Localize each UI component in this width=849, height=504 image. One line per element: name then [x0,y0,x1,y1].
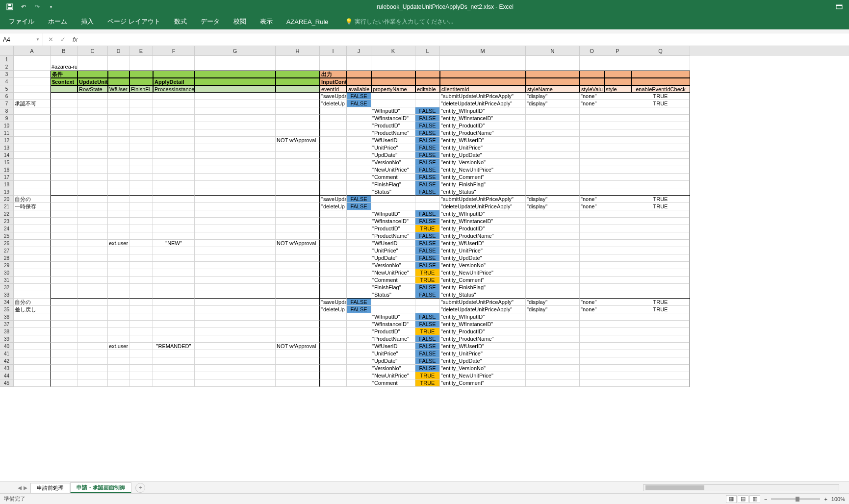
cell-G44[interactable] [195,372,276,379]
cell-H14[interactable] [276,151,320,159]
row-header-8[interactable]: 8 [0,107,14,115]
sheet-tab-0[interactable]: 申請前処理 [30,483,70,493]
hscroll-thumb[interactable] [645,485,704,490]
cell-H11[interactable] [276,129,320,137]
cell-J11[interactable] [347,129,371,137]
cell-Q11[interactable] [631,129,690,137]
cell-P21[interactable] [604,203,631,210]
horizontal-scroll[interactable] [145,484,849,491]
cell-O2[interactable] [580,63,604,71]
cell-O26[interactable] [580,240,604,247]
cell-C27[interactable] [77,247,108,254]
cell-C15[interactable] [77,159,108,166]
cell-G11[interactable] [195,129,276,137]
cell-D14[interactable] [108,151,129,159]
cell-H10[interactable] [276,122,320,129]
sheet-nav-first-icon[interactable]: ◂ [18,483,22,492]
cell-A33[interactable] [14,291,51,299]
cell-B22[interactable] [51,210,77,218]
cell-B26[interactable] [51,240,77,247]
cell-P28[interactable] [604,254,631,262]
row-header-11[interactable]: 11 [0,129,14,137]
cell-P4[interactable] [604,78,631,85]
cell-N24[interactable] [526,225,580,232]
cell-F35[interactable] [153,306,195,313]
cell-Q33[interactable] [631,291,690,299]
cell-L39[interactable]: FALSE [415,335,440,343]
cell-L3[interactable] [415,71,440,78]
cell-F43[interactable] [153,365,195,372]
cell-F7[interactable] [153,100,195,107]
cell-G12[interactable] [195,137,276,144]
cell-K2[interactable] [371,63,415,71]
cell-H43[interactable] [276,365,320,372]
cell-N8[interactable] [526,107,580,115]
cell-N9[interactable] [526,115,580,122]
cell-Q28[interactable] [631,254,690,262]
cell-C11[interactable] [77,129,108,137]
cell-L33[interactable]: FALSE [415,291,440,299]
cell-E37[interactable] [129,321,153,328]
cell-K4[interactable] [371,78,415,85]
cell-O32[interactable] [580,284,604,291]
cell-I18[interactable] [320,181,347,188]
cell-P3[interactable] [604,71,631,78]
cell-E40[interactable] [129,343,153,350]
cell-C42[interactable] [77,357,108,365]
cell-N25[interactable] [526,232,580,240]
cell-K33[interactable]: "Status" [371,291,415,299]
cell-C19[interactable] [77,188,108,196]
row-header-33[interactable]: 33 [0,291,14,299]
cell-H32[interactable] [276,284,320,291]
cell-C20[interactable] [77,196,108,203]
cell-Q37[interactable] [631,321,690,328]
cell-M20[interactable]: "submitUpdateUnitPriceApply" [440,196,526,203]
cell-N30[interactable] [526,269,580,277]
cell-Q18[interactable] [631,181,690,188]
cell-I36[interactable] [320,313,347,321]
cell-A8[interactable] [14,107,51,115]
cell-H42[interactable] [276,357,320,365]
cell-F4[interactable]: ApplyDetail [153,78,195,85]
cell-B35[interactable] [51,306,77,313]
cell-I6[interactable]: "saveUpda [320,93,347,100]
cell-E28[interactable] [129,254,153,262]
cell-B10[interactable] [51,122,77,129]
cell-D25[interactable] [108,232,129,240]
cell-N33[interactable] [526,291,580,299]
cell-G4[interactable] [195,78,276,85]
cell-L6[interactable] [415,93,440,100]
cell-P16[interactable] [604,166,631,174]
cell-F9[interactable] [153,115,195,122]
cell-A29[interactable] [14,262,51,269]
row-header-15[interactable]: 15 [0,159,14,166]
cell-L5[interactable]: editable [415,85,440,93]
cell-C35[interactable] [77,306,108,313]
cell-M28[interactable]: "entity_UpdDate" [440,254,526,262]
cell-L28[interactable]: FALSE [415,254,440,262]
name-box[interactable]: A4 ▼ [0,33,43,46]
cell-N18[interactable] [526,181,580,188]
cell-P13[interactable] [604,144,631,151]
cell-N41[interactable] [526,350,580,357]
cell-P37[interactable] [604,321,631,328]
cell-D41[interactable] [108,350,129,357]
tab-file[interactable]: ファイル [2,14,41,29]
cell-K18[interactable]: "FinishFlag" [371,181,415,188]
cell-H37[interactable] [276,321,320,328]
cell-K10[interactable]: "ProductID" [371,122,415,129]
cell-D23[interactable] [108,218,129,225]
cell-I33[interactable] [320,291,347,299]
cell-P9[interactable] [604,115,631,122]
cell-F28[interactable] [153,254,195,262]
cell-B21[interactable] [51,203,77,210]
cell-E14[interactable] [129,151,153,159]
cell-P38[interactable] [604,328,631,335]
cell-B24[interactable] [51,225,77,232]
cell-G45[interactable] [195,379,276,387]
cell-O10[interactable] [580,122,604,129]
cell-C16[interactable] [77,166,108,174]
cell-N27[interactable] [526,247,580,254]
col-header-M[interactable]: M [440,46,526,56]
cell-H23[interactable] [276,218,320,225]
